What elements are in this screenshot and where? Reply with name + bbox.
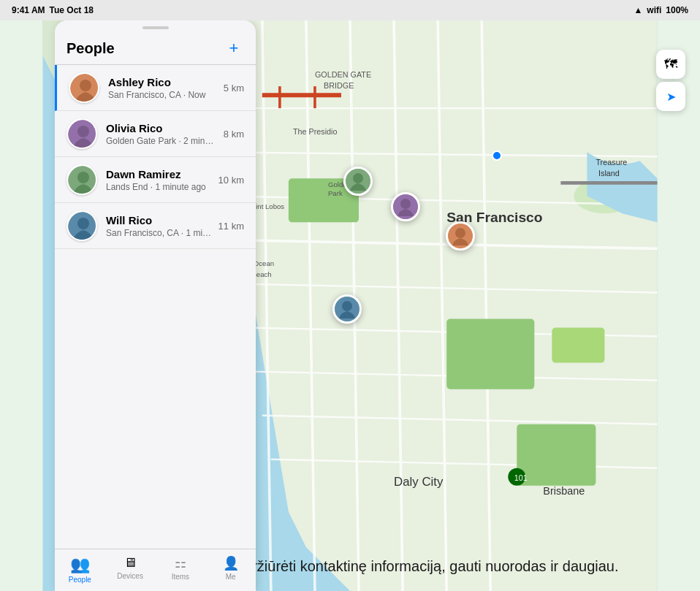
tab-people-icon: 👥 <box>70 555 90 574</box>
dawn-avatar <box>66 164 97 195</box>
svg-point-45 <box>455 228 465 238</box>
tab-devices-label: Devices <box>117 572 143 580</box>
svg-text:Treasure: Treasure <box>596 158 627 167</box>
svg-point-49 <box>80 80 91 91</box>
svg-text:GOLDEN GATE: GOLDEN GATE <box>315 70 371 79</box>
svg-point-53 <box>77 172 89 183</box>
dawn-info: Dawn Ramirez Lands End · 1 minute ago <box>106 168 213 192</box>
svg-point-43 <box>400 199 411 209</box>
svg-rect-18 <box>446 319 534 389</box>
tab-items-icon: ⚏ <box>175 555 186 571</box>
status-date: Tue Oct 18 <box>50 5 94 15</box>
tab-items-label: Items <box>172 573 189 581</box>
svg-text:101: 101 <box>514 473 528 482</box>
ashley-name: Ashley Rico <box>108 76 218 88</box>
sidebar-handle <box>142 26 169 29</box>
tab-people[interactable]: 👥 People <box>55 554 105 585</box>
add-person-button[interactable]: + <box>224 38 244 58</box>
map-controls: 🗺 ➤ <box>656 50 685 111</box>
map-layers-button[interactable]: 🗺 <box>656 50 685 79</box>
svg-point-47 <box>342 301 352 311</box>
svg-rect-19 <box>517 424 596 486</box>
ashley-distance: 5 km <box>224 83 244 94</box>
olivia-location: Golden Gate Park · 2 minutes ago <box>106 136 218 146</box>
svg-text:Daly City: Daly City <box>394 475 444 489</box>
svg-text:BRIDGE: BRIDGE <box>324 81 354 90</box>
current-location-dot <box>492 150 502 161</box>
map-pin-olivia[interactable] <box>391 192 420 221</box>
status-time: 9:41 AM <box>12 5 45 15</box>
person-item-dawn[interactable]: Dawn Ramirez Lands End · 1 minute ago 10… <box>55 157 256 203</box>
status-bar: 9:41 AM Tue Oct 18 ▲ wifi 100% <box>0 0 700 20</box>
svg-text:The Presidio: The Presidio <box>293 127 338 136</box>
tab-items[interactable]: ⚏ Items <box>156 554 206 585</box>
person-item-olivia[interactable]: Olivia Rico Golden Gate Park · 2 minutes… <box>55 111 256 157</box>
dawn-location: Lands End · 1 minute ago <box>106 182 213 192</box>
sidebar-title: People <box>66 40 115 57</box>
map-pin-dawn[interactable] <box>343 167 373 196</box>
signal-icon: ▲ <box>634 5 642 15</box>
ashley-info: Ashley Rico San Francisco, CA · Now <box>108 76 218 100</box>
map-location-button[interactable]: ➤ <box>656 82 685 111</box>
tab-me-label: Me <box>226 573 236 581</box>
will-info: Will Rico San Francisco, CA · 1 minute a… <box>106 214 213 238</box>
map-pin-ashley[interactable] <box>446 221 475 251</box>
person-item-ashley[interactable]: Ashley Rico San Francisco, CA · Now 5 km <box>55 65 256 111</box>
tab-bar: 👥 People 🖥 Devices ⚏ Items 👤 Me <box>55 549 256 591</box>
svg-text:Ocean: Ocean <box>254 259 274 267</box>
map-pin-will[interactable] <box>332 294 362 324</box>
will-avatar <box>66 210 97 241</box>
status-right: ▲ wifi 100% <box>634 5 688 15</box>
will-location: San Francisco, CA · 1 minute ago <box>106 228 213 238</box>
svg-text:Brisbane: Brisbane <box>543 485 585 497</box>
svg-point-41 <box>353 173 363 183</box>
svg-point-55 <box>77 218 89 229</box>
olivia-info: Olivia Rico Golden Gate Park · 2 minutes… <box>106 122 218 146</box>
people-list: Ashley Rico San Francisco, CA · Now 5 km… <box>55 64 256 549</box>
sidebar-panel: People + Ashley Rico San Francisco, CA ·… <box>55 20 256 591</box>
dawn-distance: 10 km <box>218 175 244 186</box>
status-left: 9:41 AM Tue Oct 18 <box>12 5 94 15</box>
ashley-location: San Francisco, CA · Now <box>108 90 218 100</box>
tab-devices[interactable]: 🖥 Devices <box>105 554 156 585</box>
svg-rect-20 <box>552 328 604 363</box>
tab-devices-icon: 🖥 <box>123 555 137 571</box>
dawn-name: Dawn Ramirez <box>106 168 213 180</box>
tab-me-icon: 👤 <box>223 555 239 571</box>
tab-me[interactable]: 👤 Me <box>205 554 256 585</box>
wifi-icon: wifi <box>647 5 661 15</box>
battery-level: 100% <box>666 5 688 15</box>
ashley-avatar <box>69 72 99 103</box>
will-distance: 11 km <box>218 221 244 232</box>
person-item-will[interactable]: Will Rico San Francisco, CA · 1 minute a… <box>55 203 256 249</box>
olivia-avatar <box>66 118 97 149</box>
tab-people-label: People <box>69 576 91 584</box>
olivia-distance: 8 km <box>224 129 244 140</box>
svg-point-51 <box>77 126 89 137</box>
will-name: Will Rico <box>106 214 213 226</box>
svg-text:Park: Park <box>328 189 343 197</box>
sidebar-header: People + <box>55 32 256 64</box>
olivia-name: Olivia Rico <box>106 122 218 134</box>
svg-text:Island: Island <box>598 169 620 178</box>
